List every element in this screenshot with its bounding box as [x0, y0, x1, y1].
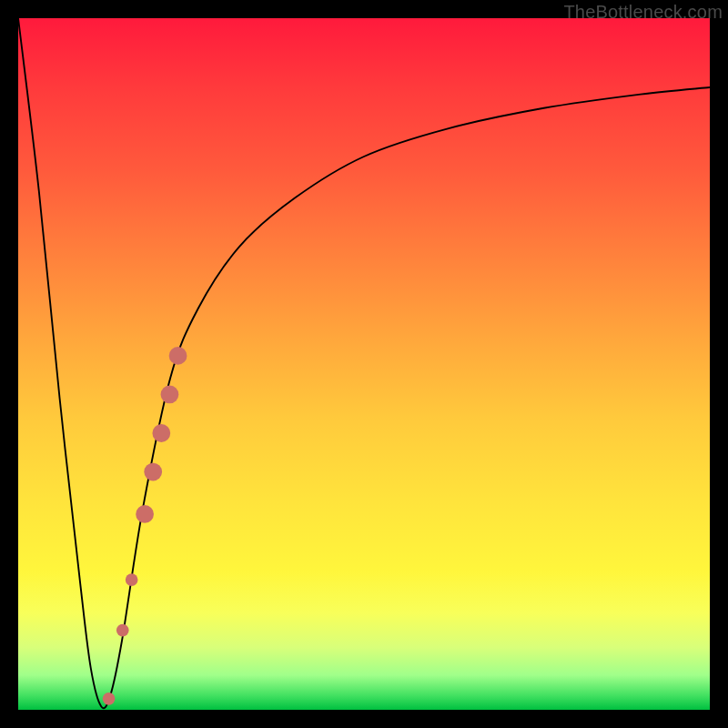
- curve-layer: [18, 18, 710, 710]
- curve-marker: [103, 693, 116, 705]
- watermark-text: TheBottleneck.com: [563, 2, 723, 23]
- chart-frame: TheBottleneck.com: [0, 0, 728, 728]
- curve-marker: [152, 424, 170, 442]
- curve-marker: [161, 386, 179, 404]
- curve-marker: [144, 463, 162, 481]
- curve-marker: [136, 505, 154, 523]
- curve-marker: [126, 573, 138, 586]
- curve-markers: [103, 347, 187, 705]
- curve-marker: [116, 624, 129, 637]
- curve-marker: [169, 347, 187, 365]
- plot-area: [18, 18, 710, 710]
- bottleneck-curve: [18, 18, 710, 708]
